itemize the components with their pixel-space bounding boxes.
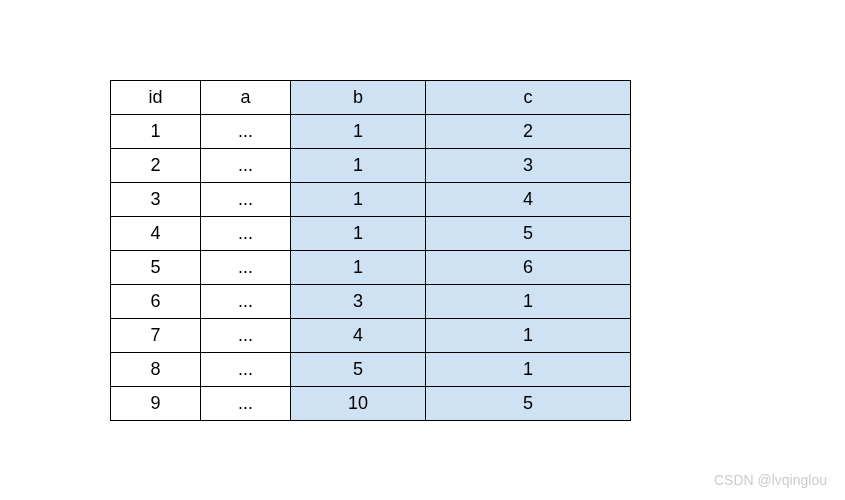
- table-row: 7 ... 4 1: [111, 319, 631, 353]
- header-b: b: [291, 81, 426, 115]
- cell-c: 4: [426, 183, 631, 217]
- cell-b: 1: [291, 149, 426, 183]
- cell-id: 3: [111, 183, 201, 217]
- cell-c: 1: [426, 285, 631, 319]
- cell-b: 1: [291, 115, 426, 149]
- table-row: 1 ... 1 2: [111, 115, 631, 149]
- cell-id: 5: [111, 251, 201, 285]
- cell-a: ...: [201, 285, 291, 319]
- cell-b: 1: [291, 183, 426, 217]
- cell-b: 5: [291, 353, 426, 387]
- header-c: c: [426, 81, 631, 115]
- table-body: 1 ... 1 2 2 ... 1 3 3 ... 1 4 4 ... 1 5 …: [111, 115, 631, 421]
- cell-a: ...: [201, 149, 291, 183]
- table-row: 3 ... 1 4: [111, 183, 631, 217]
- cell-b: 10: [291, 387, 426, 421]
- table-row: 6 ... 3 1: [111, 285, 631, 319]
- cell-b: 1: [291, 251, 426, 285]
- table-row: 5 ... 1 6: [111, 251, 631, 285]
- table-header-row: id a b c: [111, 81, 631, 115]
- header-id: id: [111, 81, 201, 115]
- cell-a: ...: [201, 183, 291, 217]
- cell-id: 6: [111, 285, 201, 319]
- cell-c: 5: [426, 217, 631, 251]
- cell-c: 5: [426, 387, 631, 421]
- cell-c: 3: [426, 149, 631, 183]
- cell-id: 4: [111, 217, 201, 251]
- cell-c: 2: [426, 115, 631, 149]
- cell-a: ...: [201, 115, 291, 149]
- cell-id: 1: [111, 115, 201, 149]
- watermark: CSDN @lvqinglou: [714, 472, 827, 488]
- table-row: 8 ... 5 1: [111, 353, 631, 387]
- cell-a: ...: [201, 353, 291, 387]
- cell-a: ...: [201, 217, 291, 251]
- cell-id: 2: [111, 149, 201, 183]
- cell-a: ...: [201, 319, 291, 353]
- cell-id: 9: [111, 387, 201, 421]
- data-table: id a b c 1 ... 1 2 2 ... 1 3 3 ... 1 4 4…: [110, 80, 631, 421]
- cell-c: 1: [426, 319, 631, 353]
- table-row: 9 ... 10 5: [111, 387, 631, 421]
- cell-c: 6: [426, 251, 631, 285]
- cell-b: 3: [291, 285, 426, 319]
- table-row: 2 ... 1 3: [111, 149, 631, 183]
- cell-a: ...: [201, 387, 291, 421]
- cell-b: 1: [291, 217, 426, 251]
- cell-id: 7: [111, 319, 201, 353]
- header-a: a: [201, 81, 291, 115]
- table-row: 4 ... 1 5: [111, 217, 631, 251]
- cell-a: ...: [201, 251, 291, 285]
- cell-c: 1: [426, 353, 631, 387]
- cell-id: 8: [111, 353, 201, 387]
- cell-b: 4: [291, 319, 426, 353]
